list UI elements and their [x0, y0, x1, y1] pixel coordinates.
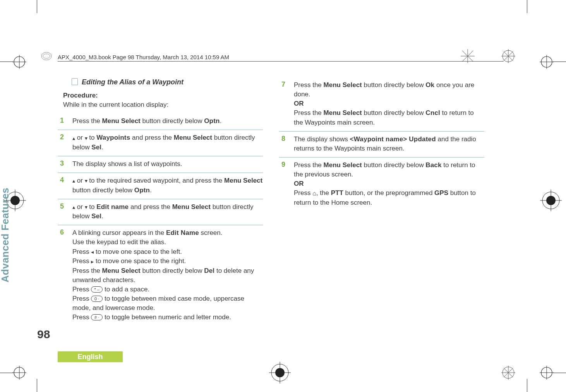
right-column: 7Press the Menu Select button directly b… — [279, 77, 484, 326]
step-number: 6 — [58, 228, 72, 236]
step-item: 8The display shows <Waypoint name> Updat… — [279, 132, 484, 157]
crop-mark — [553, 62, 566, 62]
section-title: Editing the Alias of a Waypoint — [72, 77, 263, 86]
step-item: 5 or to Edit name and press the Menu Sel… — [58, 199, 263, 226]
step-number: 8 — [279, 135, 294, 143]
step-number: 5 — [58, 202, 72, 211]
header-divider — [58, 61, 504, 62]
step-body: Press the Menu Select button directly be… — [294, 80, 484, 127]
registration-target-icon — [12, 55, 26, 69]
steps-list-right: 7Press the Menu Select button directly b… — [279, 77, 484, 211]
page-content: Editing the Alias of a Waypoint Procedur… — [58, 77, 504, 353]
step-body: The display shows a list of waypoints. — [72, 159, 263, 169]
step-body: Press the Menu Select button directly be… — [72, 116, 263, 126]
step-number: 3 — [58, 159, 72, 168]
book-page-header: APX_4000_M3.book Page 98 Thursday, March… — [58, 54, 229, 60]
step-body: Press the Menu Select button directly be… — [294, 161, 484, 207]
step-item: 1Press the Menu Select button directly b… — [58, 113, 263, 130]
crop-mark — [37, 379, 37, 392]
left-column: Editing the Alias of a Waypoint Procedur… — [58, 77, 263, 326]
step-body: A blinking cursor appears in the Edit Na… — [72, 228, 263, 322]
step-number: 7 — [279, 80, 294, 89]
procedure-context: While in the current location display: — [63, 101, 263, 109]
book-icon — [72, 78, 78, 85]
procedure-label: Procedure: — [63, 92, 263, 99]
crop-mark — [0, 62, 13, 62]
registration-target-icon — [540, 55, 554, 69]
registration-target-icon — [269, 362, 291, 383]
section-tab-vertical: Advanced Features — [0, 188, 11, 282]
crop-mark — [527, 379, 527, 392]
crop-mark — [37, 0, 37, 13]
step-body: or to the required saved waypoint, and p… — [72, 176, 263, 195]
page-number: 98 — [37, 328, 50, 341]
registration-target-icon — [540, 190, 562, 211]
step-number: 1 — [58, 116, 72, 125]
step-number: 9 — [279, 161, 294, 169]
step-body: The display shows <Waypoint name> Update… — [294, 135, 484, 153]
step-item: 4 or to the required saved waypoint, and… — [58, 173, 263, 199]
registration-target-icon — [12, 366, 26, 380]
spiral-binding-icon — [41, 50, 52, 62]
step-item: 7Press the Menu Select button directly b… — [279, 77, 484, 132]
step-number: 4 — [58, 176, 72, 184]
step-body: or to Waypoints and press the Menu Selec… — [72, 133, 263, 152]
step-item: 9Press the Menu Select button directly b… — [279, 157, 484, 211]
crop-mark — [553, 373, 566, 373]
registration-target-icon — [540, 366, 554, 380]
section-title-text: Editing the Alias of a Waypoint — [82, 78, 184, 86]
svg-point-39 — [43, 54, 50, 58]
step-item: 2 or to Waypoints and press the Menu Sel… — [58, 130, 263, 156]
crop-mark — [0, 373, 13, 373]
step-item: 6A blinking cursor appears in the Edit N… — [58, 225, 263, 326]
step-body: or to Edit name and press the Menu Selec… — [72, 202, 263, 221]
step-number: 2 — [58, 133, 72, 141]
crop-mark — [527, 0, 527, 13]
registration-burst-icon — [501, 366, 515, 380]
language-tab: English — [58, 351, 123, 362]
step-item: 3The display shows a list of waypoints. — [58, 156, 263, 173]
steps-list-left: 1Press the Menu Select button directly b… — [58, 113, 263, 326]
